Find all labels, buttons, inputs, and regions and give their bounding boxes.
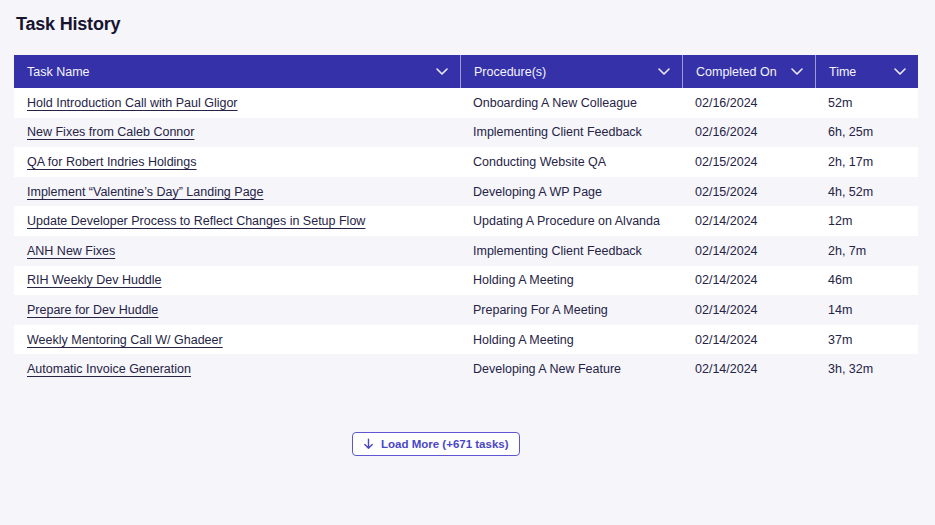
table-row: ANH New Fixes Implementing Client Feedba… — [14, 236, 918, 266]
column-header-label: Procedure(s) — [474, 65, 546, 79]
table-header-row: Task Name Procedure(s) Completed On Time — [14, 55, 918, 88]
time-cell: 6h, 25m — [815, 118, 918, 148]
time-cell: 2h, 7m — [815, 236, 918, 266]
task-link[interactable]: RIH Weekly Dev Huddle — [27, 273, 162, 287]
table-row: New Fixes from Caleb Connor Implementing… — [14, 118, 918, 148]
completed-on-cell: 02/15/2024 — [682, 177, 815, 207]
task-name-cell: Hold Introduction Call with Paul Gligor — [14, 88, 460, 118]
chevron-down-icon[interactable] — [894, 68, 906, 75]
task-name-cell: Update Developer Process to Reflect Chan… — [14, 206, 460, 236]
column-header-time[interactable]: Time — [815, 55, 918, 88]
table-row: Prepare for Dev Huddle Preparing For A M… — [14, 295, 918, 325]
time-cell: 12m — [815, 206, 918, 236]
procedure-cell: Holding A Meeting — [460, 266, 682, 296]
task-link[interactable]: Automatic Invoice Generation — [27, 362, 191, 376]
completed-on-cell: 02/16/2024 — [682, 118, 815, 148]
task-name-cell: ANH New Fixes — [14, 236, 460, 266]
task-name-cell: Weekly Mentoring Call W/ Ghadeer — [14, 325, 460, 355]
procedure-cell: Developing A New Feature — [460, 354, 682, 384]
column-header-procedures[interactable]: Procedure(s) — [460, 55, 682, 88]
column-header-task-name[interactable]: Task Name — [14, 55, 460, 88]
time-cell: 14m — [815, 295, 918, 325]
procedure-cell: Developing A WP Page — [460, 177, 682, 207]
page-title: Task History — [16, 13, 935, 35]
table-row: Implement “Valentine’s Day” Landing Page… — [14, 177, 918, 207]
time-cell: 4h, 52m — [815, 177, 918, 207]
time-cell: 52m — [815, 88, 918, 118]
load-more-button[interactable]: Load More (+671 tasks) — [352, 432, 520, 456]
table-row: QA for Robert Indries Holdings Conductin… — [14, 147, 918, 177]
task-link[interactable]: ANH New Fixes — [27, 244, 115, 258]
task-name-cell: Automatic Invoice Generation — [14, 354, 460, 384]
column-header-completed-on[interactable]: Completed On — [682, 55, 815, 88]
task-link[interactable]: Hold Introduction Call with Paul Gligor — [27, 96, 238, 110]
completed-on-cell: 02/16/2024 — [682, 88, 815, 118]
task-link[interactable]: Implement “Valentine’s Day” Landing Page — [27, 185, 263, 199]
chevron-down-icon[interactable] — [436, 68, 448, 75]
table-row: RIH Weekly Dev Huddle Holding A Meeting … — [14, 266, 918, 296]
procedure-cell: Updating A Procedure on Alvanda — [460, 206, 682, 236]
completed-on-cell: 02/14/2024 — [682, 325, 815, 355]
arrow-down-icon — [363, 438, 374, 450]
column-header-label: Time — [829, 65, 856, 79]
task-name-cell: RIH Weekly Dev Huddle — [14, 266, 460, 296]
chevron-down-icon[interactable] — [791, 68, 803, 75]
time-cell: 37m — [815, 325, 918, 355]
task-link[interactable]: QA for Robert Indries Holdings — [27, 155, 197, 169]
procedure-cell: Onboarding A New Colleague — [460, 88, 682, 118]
column-header-label: Completed On — [696, 65, 777, 79]
time-cell: 2h, 17m — [815, 147, 918, 177]
task-name-cell: New Fixes from Caleb Connor — [14, 118, 460, 148]
task-link[interactable]: New Fixes from Caleb Connor — [27, 125, 194, 139]
task-name-cell: Prepare for Dev Huddle — [14, 295, 460, 325]
procedure-cell: Conducting Website QA — [460, 147, 682, 177]
completed-on-cell: 02/14/2024 — [682, 236, 815, 266]
task-link[interactable]: Update Developer Process to Reflect Chan… — [27, 214, 365, 228]
load-more-label: Load More (+671 tasks) — [381, 438, 509, 450]
time-cell: 46m — [815, 266, 918, 296]
completed-on-cell: 02/14/2024 — [682, 295, 815, 325]
table-row: Update Developer Process to Reflect Chan… — [14, 206, 918, 236]
procedure-cell: Preparing For A Meeting — [460, 295, 682, 325]
procedure-cell: Holding A Meeting — [460, 325, 682, 355]
task-link[interactable]: Prepare for Dev Huddle — [27, 303, 158, 317]
load-more-container: Load More (+671 tasks) — [352, 432, 935, 456]
table-row: Hold Introduction Call with Paul Gligor … — [14, 88, 918, 118]
completed-on-cell: 02/14/2024 — [682, 266, 815, 296]
task-name-cell: QA for Robert Indries Holdings — [14, 147, 460, 177]
completed-on-cell: 02/14/2024 — [682, 354, 815, 384]
column-header-label: Task Name — [27, 65, 90, 79]
completed-on-cell: 02/15/2024 — [682, 147, 815, 177]
task-link[interactable]: Weekly Mentoring Call W/ Ghadeer — [27, 333, 223, 347]
completed-on-cell: 02/14/2024 — [682, 206, 815, 236]
table-row: Automatic Invoice Generation Developing … — [14, 354, 918, 384]
task-history-table: Task Name Procedure(s) Completed On Time… — [14, 55, 918, 384]
table-row: Weekly Mentoring Call W/ Ghadeer Holding… — [14, 325, 918, 355]
time-cell: 3h, 32m — [815, 354, 918, 384]
chevron-down-icon[interactable] — [658, 68, 670, 75]
task-name-cell: Implement “Valentine’s Day” Landing Page — [14, 177, 460, 207]
procedure-cell: Implementing Client Feedback — [460, 118, 682, 148]
procedure-cell: Implementing Client Feedback — [460, 236, 682, 266]
